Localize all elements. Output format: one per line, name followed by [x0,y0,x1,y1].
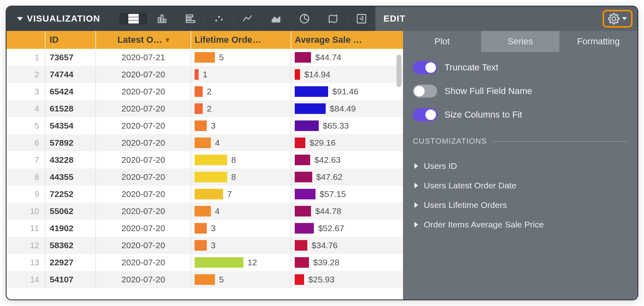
customization-item[interactable]: Users ID [413,156,628,176]
row-number: 10 [7,203,46,220]
avg-value: $44.78 [315,206,341,216]
viz-single-value-icon[interactable] [347,13,375,24]
table-row[interactable]: 4615282020-07-202$84.49 [7,100,403,117]
table-row[interactable]: 12583622020-07-203$34.76 [7,237,403,254]
avg-value: $39.28 [313,258,339,267]
row-number: 11 [7,220,46,237]
col-header-id[interactable]: ID [46,31,96,49]
cell-latest-order: 2020-07-20 [96,254,191,271]
customization-item[interactable]: Order Items Average Sale Price [413,215,628,234]
scrollbar-thumb[interactable] [396,55,401,87]
tab-series[interactable]: Series [481,31,559,52]
col-header-avg-sale[interactable]: Average Sale … [291,31,403,49]
cell-lifetime-orders: 2 [191,83,291,100]
svg-rect-4 [161,15,163,23]
cell-avg-sale: $52.67 [291,220,403,237]
cell-latest-order: 2020-07-20 [96,186,191,203]
orders-value: 4 [215,138,220,148]
sort-desc-icon: ▾ [166,35,169,44]
table-row[interactable]: 13229272020-07-2012$39.28 [7,254,403,271]
svg-rect-1 [129,18,138,20]
table-row[interactable]: 7432282020-07-208$42.63 [7,151,403,168]
customization-item[interactable]: Users Lifetime Orders [413,195,628,215]
table-row[interactable]: 8443552020-07-208$47.62 [7,168,403,186]
svg-point-10 [218,16,220,18]
tab-plot[interactable]: Plot [403,31,481,52]
viz-table-icon[interactable] [119,13,147,24]
table-row[interactable]: 14541072020-07-205$25.93 [7,271,403,288]
table-row[interactable]: 11419022020-07-203$52.67 [7,220,403,237]
divider [493,141,628,142]
table-row[interactable]: 5543542020-07-203$65.33 [7,117,403,134]
orders-value: 3 [211,121,216,131]
avg-value: $47.62 [316,172,342,182]
cell-latest-order: 2020-07-20 [96,271,191,288]
avg-value: $84.49 [330,104,356,114]
customization-item[interactable]: Users Latest Order Date [413,176,628,195]
viz-area-icon[interactable] [261,13,290,24]
toggle-show-full-field-name[interactable] [413,85,437,98]
table-row[interactable]: 6578922020-07-204$29.16 [7,134,403,151]
cell-id: 55062 [46,203,96,220]
orders-value: 2 [207,104,212,114]
svg-point-9 [215,20,217,22]
svg-rect-8 [186,21,195,23]
edit-panel: Plot Series Formatting Truncate Text Sho… [403,31,637,299]
orders-value: 7 [227,189,232,199]
cell-lifetime-orders: 3 [191,237,291,254]
cell-id: 54107 [46,271,96,288]
row-number: 2 [7,66,46,83]
viz-map-icon[interactable] [318,13,347,24]
viz-line-icon[interactable] [233,13,261,24]
col-header-lifetime-orders[interactable]: Lifetime Orde… [191,31,291,49]
toggle-truncate-text[interactable] [413,61,437,74]
cell-avg-sale: $44.78 [291,203,403,220]
cell-id: 43228 [46,151,96,168]
cell-lifetime-orders: 5 [191,49,291,66]
avg-bar [295,103,326,114]
viz-column-icon[interactable] [147,13,176,24]
table-row[interactable]: 9722522020-07-207$57.15 [7,186,403,203]
cell-id: 22927 [46,254,96,271]
tab-formatting[interactable]: Formatting [559,31,637,52]
settings-gear-button[interactable] [602,10,633,28]
row-number: 1 [7,49,46,66]
col-header-latest-order[interactable]: Latest O… ▾ [96,31,191,49]
gear-icon [608,13,620,24]
table-row[interactable]: 10550622020-07-204$44.78 [7,203,403,220]
table-row[interactable]: 2747442020-07-201$14.94 [7,66,403,83]
customizations-header: CUSTOMIZATIONS [413,137,487,146]
col-header-rownum[interactable] [7,31,46,49]
row-number: 12 [7,237,46,254]
orders-bar [195,257,243,268]
cell-id: 72252 [46,186,96,203]
cell-latest-order: 2020-07-20 [96,117,191,134]
cell-id: 61528 [46,100,96,117]
avg-bar [295,69,300,80]
toggle-truncate-label: Truncate Text [445,62,498,73]
svg-rect-5 [164,19,166,22]
avg-bar [295,86,328,97]
cell-avg-sale: $91.46 [291,83,403,100]
viz-scatter-icon[interactable] [204,13,233,24]
cell-lifetime-orders: 8 [191,151,291,168]
orders-bar [195,120,207,131]
avg-value: $44.74 [315,52,341,62]
orders-value: 8 [231,172,236,182]
toggle-size-columns-to-fit[interactable] [413,108,437,121]
table-row[interactable]: 1736572020-07-215$44.74 [7,49,403,66]
svg-rect-3 [158,18,160,23]
caret-down-icon [17,17,23,21]
edit-label: EDIT [383,13,405,24]
viz-pie-icon[interactable] [290,13,318,24]
orders-value: 5 [219,52,224,62]
viz-bar-icon[interactable] [176,13,204,24]
cell-latest-order: 2020-07-20 [96,83,191,100]
cell-lifetime-orders: 1 [191,66,291,83]
table-row[interactable]: 3654242020-07-202$91.46 [7,83,403,100]
row-number: 3 [7,83,46,100]
avg-bar [295,206,311,216]
orders-bar [195,52,215,63]
visualization-toggle[interactable]: VISUALIZATION [7,13,115,24]
cell-id: 65424 [46,83,96,100]
